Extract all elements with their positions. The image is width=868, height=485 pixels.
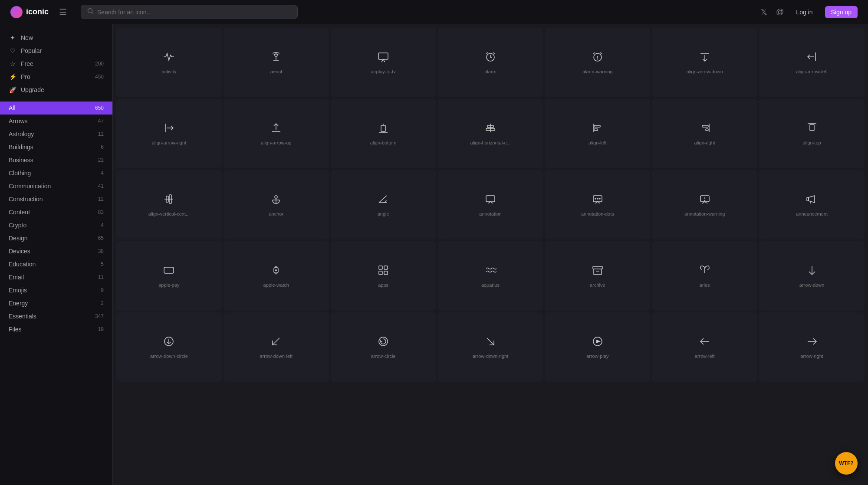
icon-card-align-arrow-left[interactable]: align-arrow-left xyxy=(759,28,865,97)
sidebar-item-construction[interactable]: Construction 12 xyxy=(0,193,112,206)
arrow-play-label: arrow-play xyxy=(586,354,608,359)
sidebar-item-email[interactable]: Email 11 xyxy=(0,271,112,284)
icon-card-arrow-down-circle[interactable]: arrow-down-circle xyxy=(116,312,222,382)
sidebar-label-emojis: Emojis xyxy=(9,287,27,294)
header: iconic ☰ 𝕏 @ Log in Sign up xyxy=(0,0,868,24)
arrow-down-circle-label: arrow-down-circle xyxy=(150,354,188,359)
sidebar-item-design[interactable]: Design 65 xyxy=(0,232,112,245)
sidebar-item-upgrade[interactable]: 🚀 Upgrade xyxy=(0,83,112,96)
sidebar-label-design: Design xyxy=(9,235,28,242)
icon-card-airplay-to-tv[interactable]: airplay-to-tv xyxy=(331,28,436,97)
sidebar-label-education: Education xyxy=(9,261,36,268)
align-arrow-left-icon xyxy=(806,51,818,65)
icon-card-anchor[interactable]: anchor xyxy=(224,170,329,239)
icon-card-apple-pay[interactable]: apple-pay xyxy=(116,241,222,311)
icon-card-arrow-circle[interactable]: arrow-circle xyxy=(331,312,436,382)
sidebar-item-energy[interactable]: Energy 2 xyxy=(0,297,112,310)
sidebar-item-business[interactable]: Business 21 xyxy=(0,154,112,167)
svg-point-46 xyxy=(595,198,596,199)
sidebar-item-pro[interactable]: ⚡ Pro 450 xyxy=(0,70,112,83)
icon-card-arrow-down-left[interactable]: arrow-down-left xyxy=(224,312,329,382)
icon-card-align-vertical-cent[interactable]: align-vertical-cent... xyxy=(116,170,222,239)
svg-line-1 xyxy=(92,13,94,14)
icon-card-align-left[interactable]: align-left xyxy=(545,99,650,168)
icon-card-apps[interactable]: apps xyxy=(331,241,436,311)
sidebar-item-clothing[interactable]: Clothing 4 xyxy=(0,167,112,180)
logo[interactable]: iconic xyxy=(10,6,49,18)
announcement-icon xyxy=(806,193,818,207)
arrow-down-left-icon xyxy=(270,335,282,349)
icon-card-align-right[interactable]: align-right xyxy=(652,99,757,168)
icon-card-arrow-down-right[interactable]: arrow-down-right xyxy=(438,312,543,382)
hamburger-menu-icon[interactable]: ☰ xyxy=(59,7,67,17)
icon-card-arrow-right[interactable]: arrow-right xyxy=(759,312,865,382)
sidebar-item-essentials[interactable]: Essentials 347 xyxy=(0,310,112,323)
sidebar-item-crypto[interactable]: Crypto 4 xyxy=(0,219,112,232)
icon-card-apple-watch[interactable]: apple-watch xyxy=(224,241,329,311)
icon-card-annotation-warning[interactable]: annotation-warning xyxy=(652,170,757,239)
align-arrow-up-icon xyxy=(270,122,282,136)
icon-card-archive[interactable]: archive xyxy=(545,241,650,311)
fab-button[interactable]: WTF? xyxy=(835,452,858,475)
sidebar-item-astrology[interactable]: Astrology 11 xyxy=(0,128,112,141)
icon-card-arrow-left[interactable]: arrow-left xyxy=(652,312,757,382)
icon-card-activity[interactable]: activity xyxy=(116,28,222,97)
badge-files: 19 xyxy=(98,326,104,332)
icon-card-alarm-warning[interactable]: alarm-warning xyxy=(545,28,650,97)
icon-card-arrow-down[interactable]: arrow-down xyxy=(759,241,865,311)
sidebar-item-content[interactable]: Content 83 xyxy=(0,206,112,219)
signup-button[interactable]: Sign up xyxy=(825,6,858,18)
svg-line-13 xyxy=(600,52,602,54)
alarm-icon xyxy=(484,51,496,65)
sidebar-item-popular[interactable]: ♡ Popular xyxy=(0,44,112,57)
at-icon[interactable]: @ xyxy=(776,7,784,16)
sidebar-item-new[interactable]: ✦ New xyxy=(0,31,112,44)
annotation-icon xyxy=(484,193,496,207)
align-left-icon xyxy=(592,122,604,136)
badge-content: 83 xyxy=(98,209,104,215)
sidebar-item-free[interactable]: ☆ Free 200 xyxy=(0,57,112,70)
svg-point-47 xyxy=(597,198,598,199)
badge-emojis: 9 xyxy=(101,287,104,293)
sidebar-item-all[interactable]: All 650 xyxy=(0,102,112,115)
icon-card-alarm[interactable]: alarm xyxy=(438,28,543,97)
badge-arrows: 47 xyxy=(98,118,104,124)
twitter-icon[interactable]: 𝕏 xyxy=(761,7,767,17)
activity-icon xyxy=(163,51,175,65)
icon-card-align-arrow-down[interactable]: align-arrow-down xyxy=(652,28,757,97)
activity-label: activity xyxy=(162,69,177,74)
icon-card-angle[interactable]: angle xyxy=(331,170,436,239)
align-top-icon xyxy=(806,122,818,136)
sidebar-item-emojis[interactable]: Emojis 9 xyxy=(0,284,112,297)
sidebar-item-files[interactable]: Files 19 xyxy=(0,323,112,336)
badge-design: 65 xyxy=(98,235,104,241)
icon-card-annotation[interactable]: annotation xyxy=(438,170,543,239)
icon-card-align-arrow-right[interactable]: align-arrow-right xyxy=(116,99,222,168)
icon-card-annotation-dots[interactable]: annotation-dots xyxy=(545,170,650,239)
align-bottom-label: align-bottom xyxy=(370,140,397,145)
svg-line-7 xyxy=(486,52,488,54)
icon-card-aerial[interactable]: aerial xyxy=(224,28,329,97)
align-left-label: align-left xyxy=(589,140,607,145)
login-button[interactable]: Log in xyxy=(792,7,816,17)
icon-card-arrow-play[interactable]: arrow-play xyxy=(545,312,650,382)
sidebar-item-arrows[interactable]: Arrows 47 xyxy=(0,115,112,128)
aries-label: aries xyxy=(700,282,710,288)
sidebar-item-buildings[interactable]: Buildings 6 xyxy=(0,141,112,154)
sidebar-item-communication[interactable]: Communication 41 xyxy=(0,180,112,193)
icon-card-align-horizontal-c[interactable]: align-horizontal-c... xyxy=(438,99,543,168)
sidebar-item-education[interactable]: Education 5 xyxy=(0,258,112,271)
icon-card-aquarius[interactable]: aquarius xyxy=(438,241,543,311)
align-arrow-right-label: align-arrow-right xyxy=(152,140,186,145)
align-vertical-cent-icon xyxy=(163,193,175,207)
sidebar-item-devices[interactable]: Devices 38 xyxy=(0,245,112,258)
icon-card-aries[interactable]: aries xyxy=(652,241,757,311)
svg-point-71 xyxy=(379,337,388,346)
icon-card-announcement[interactable]: announcement xyxy=(759,170,865,239)
icon-card-align-arrow-up[interactable]: align-arrow-up xyxy=(224,99,329,168)
sidebar-label-popular: Popular xyxy=(21,47,42,54)
icon-card-align-bottom[interactable]: align-bottom xyxy=(331,99,436,168)
sidebar-label-business: Business xyxy=(9,157,33,164)
icon-card-align-top[interactable]: align-top xyxy=(759,99,865,168)
search-input[interactable] xyxy=(97,9,291,16)
